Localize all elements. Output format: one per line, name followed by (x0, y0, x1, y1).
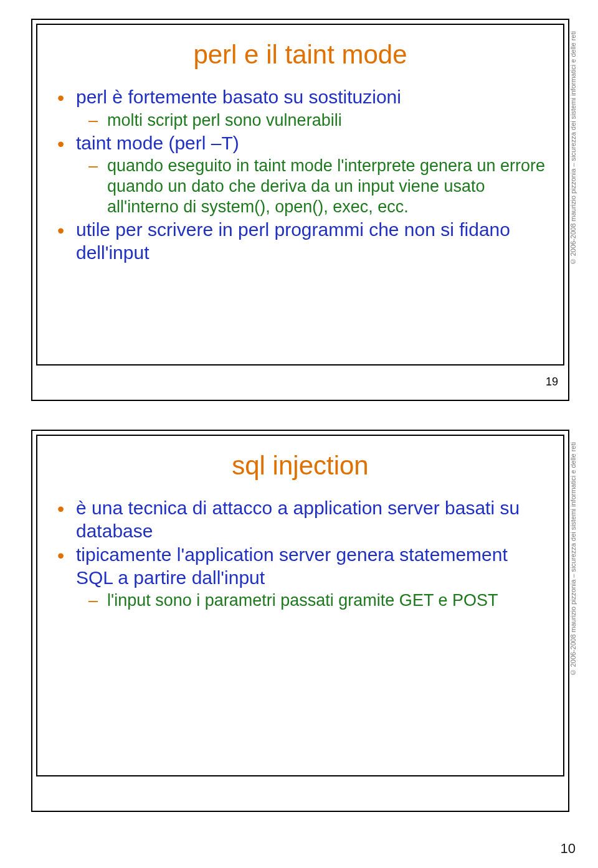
slide-title: perl e il taint mode (54, 40, 547, 70)
page-footer-number: 10 (0, 841, 598, 868)
bullet-item: molti script perl sono vulnerabili (54, 110, 547, 131)
slide-1: © 2006-2008 maurizio pizzonia – sicurezz… (31, 19, 567, 399)
bullet-item: l'input sono i parametri passati gramite… (54, 590, 547, 611)
bullet-item: perl è fortemente basato su sostituzioni (54, 86, 547, 109)
slide-title: sql injection (54, 451, 547, 481)
side-copyright: © 2006-2008 maurizio pizzonia – sicurezz… (569, 31, 577, 265)
bullet-item: utile per scrivere in perl programmi che… (54, 219, 547, 264)
slide-body: è una tecnica di attacco a application s… (54, 497, 547, 611)
bullet-item: tipicamente l'application server genera … (54, 544, 547, 589)
bullet-item: taint mode (perl –T) (54, 132, 547, 155)
slide-outer-frame: perl e il taint mode perl è fortemente b… (31, 19, 569, 401)
slide-body: perl è fortemente basato su sostituzioni… (54, 86, 547, 264)
slide-outer-frame: sql injection è una tecnica di attacco a… (31, 430, 569, 812)
slide-inner-frame: sql injection è una tecnica di attacco a… (36, 435, 564, 776)
slide-inner-frame: perl e il taint mode perl è fortemente b… (36, 24, 564, 366)
slide-number: 19 (546, 375, 558, 389)
side-copyright: © 2006-2008 maurizio pizzonia – sicurezz… (569, 442, 577, 676)
bullet-item: è una tecnica di attacco a application s… (54, 497, 547, 542)
slide-2: © 2006-2008 maurizio pizzonia – sicurezz… (31, 430, 567, 809)
bullet-item: quando eseguito in taint mode l'interpre… (54, 156, 547, 217)
